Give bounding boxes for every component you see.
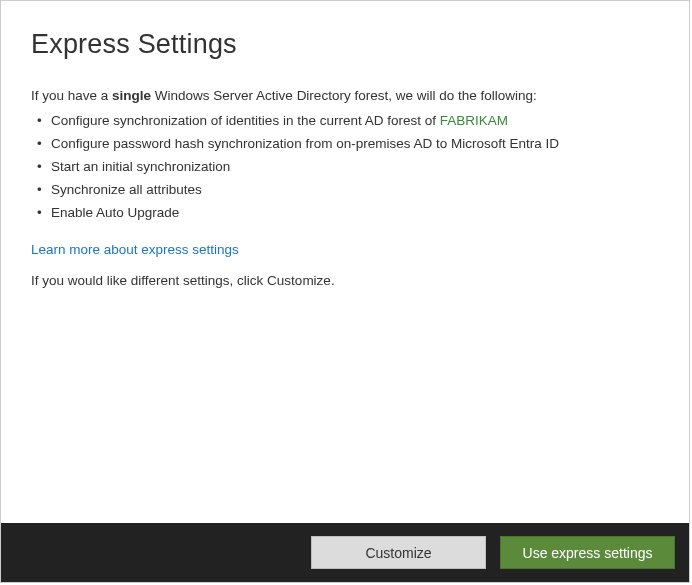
bullet-text: Configure password hash synchronization …: [51, 136, 559, 151]
bullet-item: Enable Auto Upgrade: [35, 205, 659, 220]
intro-text: If you have a single Windows Server Acti…: [31, 88, 659, 103]
intro-bold: single: [112, 88, 151, 103]
bullet-text: Start an initial synchronization: [51, 159, 230, 174]
bullet-item: Configure synchronization of identities …: [35, 113, 659, 128]
bullet-text: Configure synchronization of identities …: [51, 113, 440, 128]
bullet-item: Start an initial synchronization: [35, 159, 659, 174]
bullet-item: Configure password hash synchronization …: [35, 136, 659, 151]
page-title: Express Settings: [31, 29, 659, 60]
forest-name: FABRIKAM: [440, 113, 508, 128]
content-area: Express Settings If you have a single Wi…: [1, 1, 689, 523]
bullet-text: Enable Auto Upgrade: [51, 205, 179, 220]
bullet-text: Synchronize all attributes: [51, 182, 202, 197]
footer-bar: Customize Use express settings: [1, 523, 689, 582]
learn-more-link[interactable]: Learn more about express settings: [31, 242, 239, 257]
wizard-window: Express Settings If you have a single Wi…: [0, 0, 690, 583]
customize-button[interactable]: Customize: [311, 536, 486, 569]
bullet-item: Synchronize all attributes: [35, 182, 659, 197]
intro-suffix: Windows Server Active Directory forest, …: [151, 88, 537, 103]
bullet-list: Configure synchronization of identities …: [35, 113, 659, 220]
use-express-settings-button[interactable]: Use express settings: [500, 536, 675, 569]
intro-prefix: If you have a: [31, 88, 112, 103]
customize-note: If you would like different settings, cl…: [31, 273, 659, 288]
